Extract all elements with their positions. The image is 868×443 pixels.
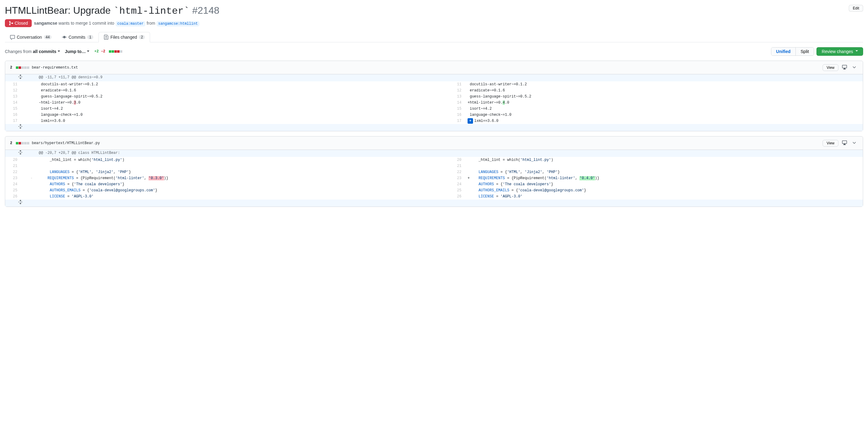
diffstat: +2 −2 <box>94 49 122 54</box>
pr-title: HTMLLintBear: Upgrade `html-linter` #214… <box>5 5 219 17</box>
jump-to-dropdown[interactable]: Jump to… <box>65 49 89 54</box>
review-changes-button[interactable]: Review changes <box>816 47 863 56</box>
file-diff: 2 bear-requirements.txt View @@ -11,7 +1… <box>5 61 863 131</box>
add-comment-button[interactable]: + <box>468 118 473 124</box>
changes-from-dropdown[interactable]: Changes from all commits <box>5 49 60 54</box>
unified-button[interactable]: Unified <box>771 47 796 56</box>
chevron-down-icon[interactable] <box>850 63 858 72</box>
edit-button[interactable]: Edit <box>849 5 863 11</box>
file-diff-icon <box>104 35 108 40</box>
base-branch[interactable]: coala:master <box>116 21 146 27</box>
tab-conversation[interactable]: Conversation 44 <box>5 32 57 42</box>
expand-icon[interactable] <box>5 200 36 207</box>
tab-commits[interactable]: Commits 1 <box>57 32 98 42</box>
device-desktop-icon[interactable] <box>841 63 848 72</box>
merge-description: sangamcse wants to merge 1 commit into c… <box>34 21 200 26</box>
tabnav: Conversation 44 Commits 1 Files changed … <box>5 32 863 42</box>
expand-icon[interactable] <box>5 74 36 81</box>
pull-request-icon <box>8 21 13 26</box>
diff-view-toggle: Unified Split <box>771 47 814 56</box>
chevron-down-icon[interactable] <box>850 139 858 147</box>
file-path[interactable]: bear-requirements.txt <box>32 66 78 70</box>
expand-icon[interactable] <box>5 150 36 157</box>
split-button[interactable]: Split <box>796 47 814 56</box>
pr-number: #2148 <box>192 5 219 16</box>
comment-icon <box>10 35 15 40</box>
file-diff: 2 bears/hypertext/HTMLLintBear.py View @… <box>5 136 863 207</box>
tab-files-changed[interactable]: Files changed 2 <box>98 32 150 42</box>
expand-icon[interactable] <box>5 124 36 131</box>
head-branch[interactable]: sangamcse:htmllint <box>156 21 200 27</box>
file-path[interactable]: bears/hypertext/HTMLLintBear.py <box>32 141 100 145</box>
view-file-button[interactable]: View <box>823 140 838 146</box>
view-file-button[interactable]: View <box>823 64 838 71</box>
pr-author[interactable]: sangamcse <box>34 21 57 26</box>
device-desktop-icon[interactable] <box>841 139 848 147</box>
commit-icon <box>62 35 67 40</box>
state-badge: Closed <box>5 19 32 27</box>
